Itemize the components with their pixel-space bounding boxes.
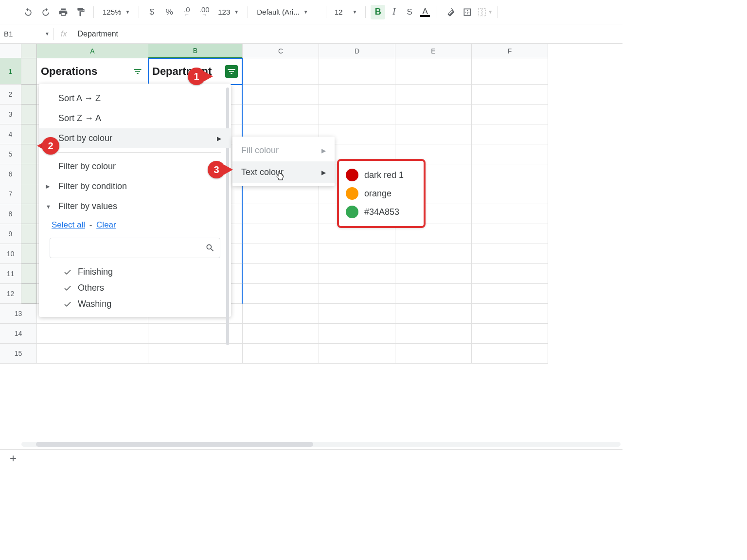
cell-c12[interactable] [243, 284, 319, 304]
fill-color-button[interactable] [442, 4, 458, 20]
colour-option-dark-red-1[interactable]: dark red 1 [343, 166, 420, 184]
cell-f7[interactable] [472, 184, 548, 204]
sort-by-colour-item[interactable]: Sort by colour▶ [39, 128, 231, 148]
colour-option-green[interactable]: #34A853 [343, 203, 420, 221]
decrease-decimal-button[interactable]: .0← [179, 4, 195, 20]
cell-f9[interactable] [472, 224, 548, 244]
italic-button[interactable]: I [387, 7, 401, 17]
cell-f15[interactable] [472, 344, 548, 364]
cell-d14[interactable] [319, 324, 395, 344]
cell-c14[interactable] [243, 324, 319, 344]
cell-e12[interactable] [395, 284, 472, 304]
cell-d13[interactable] [319, 304, 395, 324]
cell-a1[interactable]: Operations [37, 58, 148, 85]
row-header-4[interactable]: 4 [0, 124, 21, 144]
row-header-2[interactable]: 2 [0, 85, 21, 105]
cell-e11[interactable] [395, 264, 472, 284]
cell-f5[interactable] [472, 144, 548, 164]
cell-f6[interactable] [472, 164, 548, 184]
cell-d10[interactable] [319, 244, 395, 264]
scrollbar-thumb[interactable] [36, 442, 313, 447]
undo-button[interactable] [20, 4, 36, 20]
cell-f12[interactable] [472, 284, 548, 304]
cell-c3[interactable] [243, 105, 319, 124]
row-header-8[interactable]: 8 [0, 204, 21, 224]
horizontal-scrollbar[interactable] [21, 441, 621, 447]
col-header-a[interactable]: A [37, 44, 148, 58]
borders-button[interactable] [460, 4, 475, 20]
fill-colour-item[interactable]: Fill colour▶ [232, 140, 335, 161]
filter-search-input[interactable] [50, 238, 220, 258]
cell-f1[interactable] [472, 58, 548, 85]
cell-d3[interactable] [319, 105, 395, 124]
text-color-button[interactable]: A [418, 7, 432, 17]
format-currency-button[interactable]: $ [144, 4, 160, 20]
filter-by-condition-item[interactable]: ▶Filter by condition [39, 176, 231, 196]
cell-f10[interactable] [472, 244, 548, 264]
bold-button[interactable]: B [371, 5, 385, 19]
filter-icon-active[interactable] [225, 65, 238, 78]
add-sheet-button[interactable]: + [5, 452, 21, 465]
cell-c9[interactable] [243, 224, 319, 244]
row-header-13[interactable]: 13 [0, 304, 37, 324]
select-all-corner[interactable] [0, 44, 21, 58]
font-size-select[interactable]: 12▼ [331, 4, 360, 20]
strikethrough-button[interactable]: S [403, 7, 416, 17]
clear-link[interactable]: Clear [96, 220, 116, 229]
row-header-5[interactable]: 5 [0, 144, 21, 164]
cell-e1[interactable] [395, 58, 472, 85]
cell-e15[interactable] [395, 344, 472, 364]
cell-d1[interactable] [319, 58, 395, 85]
sort-az-item[interactable]: Sort A → Z [39, 88, 231, 108]
filter-value-washing[interactable]: Washing [39, 296, 231, 312]
cell-d11[interactable] [319, 264, 395, 284]
row-header-6[interactable]: 6 [0, 164, 21, 184]
cell-f4[interactable] [472, 124, 548, 144]
cell-c7[interactable] [243, 184, 319, 204]
number-format-select[interactable]: 123▼ [214, 4, 243, 20]
row-header-7[interactable]: 7 [0, 184, 21, 204]
filter-search-field[interactable] [55, 244, 205, 252]
col-header-f[interactable]: F [472, 44, 548, 58]
row-header-12[interactable]: 12 [0, 284, 21, 304]
col-header-d[interactable]: D [319, 44, 395, 58]
cell-c15[interactable] [243, 344, 319, 364]
cell-c10[interactable] [243, 244, 319, 264]
cell-e2[interactable] [395, 85, 472, 105]
redo-button[interactable] [38, 4, 53, 20]
row-header-9[interactable]: 9 [0, 224, 21, 244]
name-box[interactable]: B1▼ [0, 30, 53, 38]
cell-c2[interactable] [243, 85, 319, 105]
cell-c13[interactable] [243, 304, 319, 324]
format-percent-button[interactable]: % [161, 4, 177, 20]
col-header-e[interactable]: E [395, 44, 472, 58]
row-header-1[interactable]: 1 [0, 58, 21, 85]
cell-f8[interactable] [472, 204, 548, 224]
cell-c1[interactable] [243, 58, 319, 85]
cell-c8[interactable] [243, 204, 319, 224]
cell-d15[interactable] [319, 344, 395, 364]
cell-d12[interactable] [319, 284, 395, 304]
increase-decimal-button[interactable]: .00→ [196, 4, 212, 20]
filter-icon[interactable] [131, 65, 144, 78]
cell-e14[interactable] [395, 324, 472, 344]
cell-f14[interactable] [472, 324, 548, 344]
cell-c11[interactable] [243, 264, 319, 284]
row-header-15[interactable]: 15 [0, 344, 37, 364]
merge-cells-button[interactable]: ▼ [477, 4, 493, 20]
cell-b15[interactable] [148, 344, 243, 364]
cell-e10[interactable] [395, 244, 472, 264]
cell-f13[interactable] [472, 304, 548, 324]
col-header-c[interactable]: C [243, 44, 319, 58]
cell-e3[interactable] [395, 105, 472, 124]
colour-option-orange[interactable]: orange [343, 184, 420, 203]
row-header-3[interactable]: 3 [0, 105, 21, 124]
formula-value[interactable]: Department [73, 30, 122, 38]
cell-d2[interactable] [319, 85, 395, 105]
row-header-10[interactable]: 10 [0, 244, 21, 264]
cell-a15[interactable] [37, 344, 148, 364]
filter-value-finishing[interactable]: Finishing [39, 264, 231, 280]
cell-f3[interactable] [472, 105, 548, 124]
col-header-b[interactable]: B [148, 44, 243, 58]
cell-f11[interactable] [472, 264, 548, 284]
